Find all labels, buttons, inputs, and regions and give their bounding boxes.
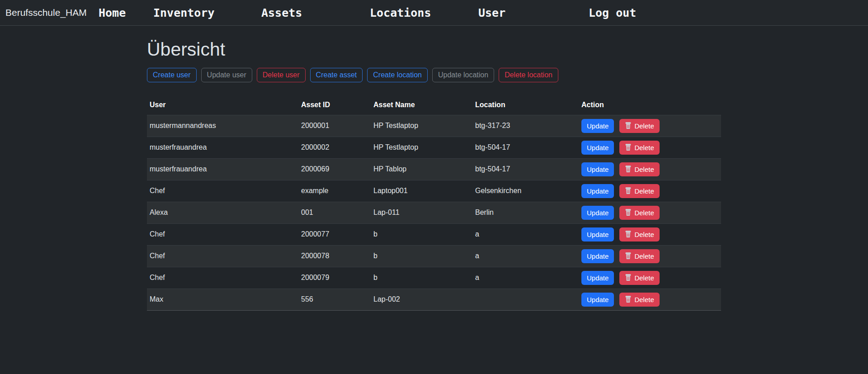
trash-icon xyxy=(625,209,632,216)
delete-location-button[interactable]: Delete location xyxy=(499,68,558,82)
user-cell: Chef xyxy=(147,223,298,245)
delete-button[interactable]: Delete xyxy=(619,271,659,285)
delete-button-label: Delete xyxy=(634,209,654,217)
asset-id-cell: example xyxy=(298,180,371,202)
delete-button-label: Delete xyxy=(634,231,654,238)
create-location-button[interactable]: Create location xyxy=(367,68,428,82)
header-user: User xyxy=(147,95,298,115)
action-cell: UpdateDelete xyxy=(579,289,721,310)
update-location-button[interactable]: Update location xyxy=(432,68,494,82)
header-asset-id: Asset ID xyxy=(298,95,371,115)
page-title: Übersicht xyxy=(147,38,721,61)
location-cell: a xyxy=(472,245,579,267)
delete-button[interactable]: Delete xyxy=(619,141,659,155)
trash-icon xyxy=(625,166,632,173)
assets-table: User Asset ID Asset Name Location Action… xyxy=(147,95,721,311)
toolbar: Create user Update user Delete user Crea… xyxy=(147,68,721,82)
delete-button-label: Delete xyxy=(634,274,654,282)
asset-name-cell: b xyxy=(371,223,472,245)
action-cell: UpdateDelete xyxy=(579,245,721,267)
update-button[interactable]: Update xyxy=(581,119,614,133)
table-row: mustermannandreas2000001HP Testlaptopbtg… xyxy=(147,115,721,137)
update-button[interactable]: Update xyxy=(581,227,614,241)
action-cell: UpdateDelete xyxy=(579,267,721,289)
user-cell: Chef xyxy=(147,245,298,267)
trash-icon xyxy=(625,231,632,238)
delete-button-label: Delete xyxy=(634,296,654,303)
location-cell: btg-504-17 xyxy=(472,137,579,158)
table-row: Max556Lap-002UpdateDelete xyxy=(147,289,721,310)
delete-user-button[interactable]: Delete user xyxy=(257,68,306,82)
asset-name-cell: b xyxy=(371,267,472,289)
trash-icon xyxy=(625,252,632,260)
user-cell: Chef xyxy=(147,267,298,289)
asset-name-cell: Laptop001 xyxy=(371,180,472,202)
location-cell: Berlin xyxy=(472,202,579,223)
user-cell: Max xyxy=(147,289,298,310)
asset-name-cell: HP Testlaptop xyxy=(371,115,472,137)
trash-icon xyxy=(625,187,632,194)
navbar-brand[interactable]: Berufsschule_HAM xyxy=(5,0,87,25)
action-cell: UpdateDelete xyxy=(579,137,721,158)
user-cell: musterfrauandrea xyxy=(147,137,298,158)
user-cell: mustermannandreas xyxy=(147,115,298,137)
delete-button[interactable]: Delete xyxy=(619,293,659,307)
trash-icon xyxy=(625,274,632,281)
action-cell: UpdateDelete xyxy=(579,180,721,202)
user-cell: musterfrauandrea xyxy=(147,158,298,180)
delete-button[interactable]: Delete xyxy=(619,227,659,241)
delete-button[interactable]: Delete xyxy=(619,184,659,198)
asset-id-cell: 2000078 xyxy=(298,245,371,267)
asset-id-cell: 2000002 xyxy=(298,137,371,158)
delete-button-label: Delete xyxy=(634,166,654,173)
delete-button-label: Delete xyxy=(634,252,654,260)
header-location: Location xyxy=(472,95,579,115)
header-asset-name: Asset Name xyxy=(371,95,472,115)
update-user-button[interactable]: Update user xyxy=(201,68,252,82)
asset-id-cell: 2000069 xyxy=(298,158,371,180)
header-action: Action xyxy=(579,95,721,115)
table-body: mustermannandreas2000001HP Testlaptopbtg… xyxy=(147,115,721,310)
location-cell: a xyxy=(472,223,579,245)
table-row: musterfrauandrea2000069HP Tablopbtg-504-… xyxy=(147,158,721,180)
create-asset-button[interactable]: Create asset xyxy=(310,68,363,82)
nav-item-inventory[interactable]: Inventory xyxy=(153,0,214,25)
update-button[interactable]: Update xyxy=(581,184,614,198)
table-row: musterfrauandrea2000002HP Testlaptopbtg-… xyxy=(147,137,721,158)
action-cell: UpdateDelete xyxy=(579,115,721,137)
nav-item-logout[interactable]: Log out xyxy=(589,0,636,25)
delete-button[interactable]: Delete xyxy=(619,162,659,176)
asset-id-cell: 2000077 xyxy=(298,223,371,245)
update-button[interactable]: Update xyxy=(581,141,614,155)
update-button[interactable]: Update xyxy=(581,249,614,263)
location-cell: btg-504-17 xyxy=(472,158,579,180)
navbar: Berufsschule_HAM Home Inventory Assets L… xyxy=(0,0,868,26)
main-content: Übersicht Create user Update user Delete… xyxy=(147,26,721,311)
update-button[interactable]: Update xyxy=(581,162,614,176)
action-cell: UpdateDelete xyxy=(579,223,721,245)
create-user-button[interactable]: Create user xyxy=(147,68,197,82)
action-cell: UpdateDelete xyxy=(579,202,721,223)
action-cell: UpdateDelete xyxy=(579,158,721,180)
nav-item-home[interactable]: Home xyxy=(99,0,126,25)
delete-button[interactable]: Delete xyxy=(619,249,659,263)
asset-id-cell: 2000001 xyxy=(298,115,371,137)
update-button[interactable]: Update xyxy=(581,271,614,285)
table-row: ChefexampleLaptop001GelsenkirchenUpdateD… xyxy=(147,180,721,202)
nav-item-user[interactable]: User xyxy=(478,0,505,25)
nav-item-locations[interactable]: Locations xyxy=(370,0,431,25)
delete-button-label: Delete xyxy=(634,187,654,195)
asset-id-cell: 001 xyxy=(298,202,371,223)
nav-item-assets[interactable]: Assets xyxy=(261,0,302,25)
delete-button[interactable]: Delete xyxy=(619,119,659,133)
trash-icon xyxy=(625,144,632,151)
update-button[interactable]: Update xyxy=(581,206,614,220)
asset-name-cell: b xyxy=(371,245,472,267)
location-cell: Gelsenkirchen xyxy=(472,180,579,202)
delete-button-label: Delete xyxy=(634,122,654,130)
table-row: Chef2000077baUpdateDelete xyxy=(147,223,721,245)
update-button[interactable]: Update xyxy=(581,293,614,307)
delete-button[interactable]: Delete xyxy=(619,206,659,220)
table-row: Alexa001Lap-011BerlinUpdateDelete xyxy=(147,202,721,223)
location-cell: btg-317-23 xyxy=(472,115,579,137)
